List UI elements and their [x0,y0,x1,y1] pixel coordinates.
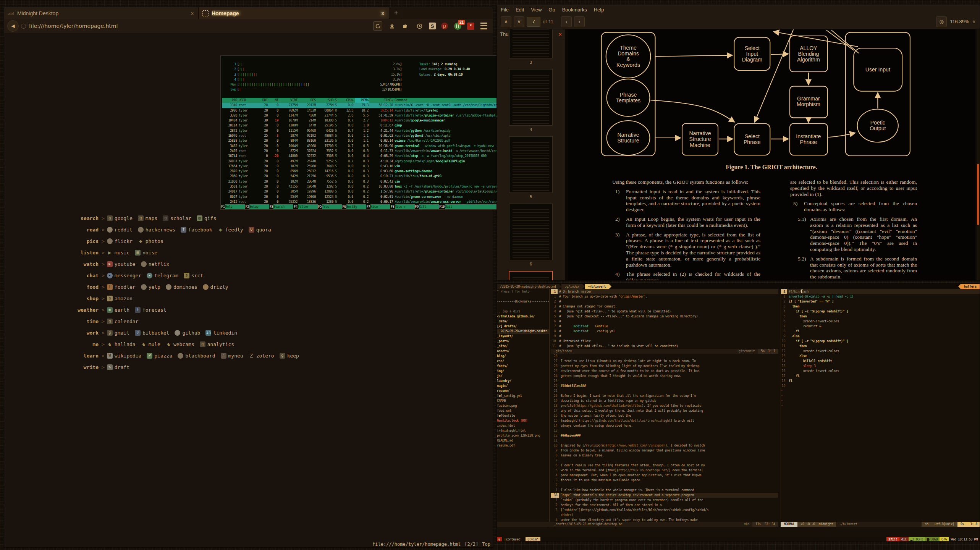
pdf-scrollbar[interactable] [977,29,980,281]
link-linkedin[interactable]: inlinkedin [205,330,237,336]
menu-icon[interactable] [480,22,488,30]
link-messenger[interactable]: ▸messenger [107,273,141,278]
column-mem[interactable]: MEM% [355,98,369,103]
fkey-nice[interactable]: F7Nice - [366,204,390,210]
puzzle-icon[interactable] [401,22,410,30]
browser-tab-midnight-desktop[interactable]: Midnight Desktopx [4,7,199,19]
fkey-help[interactable]: F1Help [221,204,245,210]
previous-page-button[interactable]: ∧ [501,16,511,27]
fkey-kill[interactable]: F9Kill [415,204,439,210]
s-extension-icon[interactable]: S [429,23,436,29]
column-ni[interactable]: NI [269,98,278,103]
link-bitbucket[interactable]: ▽bitbucket [135,330,169,336]
thumbnail-page-6[interactable]: 6 [497,204,565,266]
thumbnail-page-4[interactable]: 4 [497,69,565,132]
link-amazon[interactable]: aamazon [107,296,133,301]
download-icon[interactable] [388,22,396,30]
fkey-quit[interactable]: F10Quit [439,204,465,210]
vim-tab-0[interactable]: /2015-05-28-midnight-desktop.md [497,284,559,289]
link-dominoes[interactable]: dominoes [166,284,197,290]
column-user[interactable]: USER [239,98,257,103]
link-telegram[interactable]: ▸telegram [147,273,178,278]
link-gmail[interactable]: ggmail [107,330,129,336]
link-drizly[interactable]: drizly [203,284,228,290]
url-input[interactable]: file:///home/tyler/homepage.html [29,23,369,29]
lastpass-icon[interactable]: * [467,23,474,30]
menu-bookmarks[interactable]: Bookmarks [562,7,587,13]
tab-close-icon[interactable]: x [191,10,195,16]
link-earth[interactable]: ◉earth [107,307,129,313]
page-number-input[interactable]: 7 [527,17,540,27]
link-calendar[interactable]: gcalendar [107,319,139,324]
link-reddit[interactable]: reddit [107,227,133,233]
link-photos[interactable]: ◆photos [138,238,163,244]
zoom-level[interactable]: 116.89% [950,19,969,24]
history-back-button[interactable]: ‹ [561,16,572,27]
fkey-filter[interactable]: F4Filter [293,204,317,210]
column-shr[interactable]: SHR [317,98,333,103]
vim-tab-1[interactable]: .g/index [561,284,582,289]
link-yelp[interactable]: yelp [141,284,160,290]
back-button[interactable]: ◀ [7,20,19,32]
thumbnail-page-3[interactable]: 3 [497,29,565,65]
link-netflix[interactable]: netflix [141,261,170,267]
thumbnail-page-5[interactable]: 5 [497,136,565,199]
link-facebook[interactable]: ffacebook [181,227,212,233]
link-quora[interactable]: Qquora [249,227,271,233]
mu-extension-icon[interactable]: μ [441,23,448,29]
history-forward-button[interactable]: › [574,16,585,27]
link-maps[interactable]: gmaps [138,215,157,221]
link-myneu[interactable]: ∴myneu [221,353,243,359]
fkey-setup[interactable]: F2Setup [245,204,269,210]
menu-file[interactable]: File [501,7,509,13]
menu-view[interactable]: View [531,7,542,13]
link-analytics[interactable]: ganalytics [200,341,234,347]
link-keep[interactable]: gkeep [280,353,299,359]
link-webcams[interactable]: ♞webcams [166,341,194,347]
next-page-button[interactable]: ∨ [514,16,524,27]
column-command[interactable]: Command [395,98,506,103]
link-draft[interactable]: ✎draft [107,364,129,370]
menu-go[interactable]: Go [548,7,555,13]
link-hackernews[interactable]: hackernews [138,227,175,233]
link-github[interactable]: github [175,330,200,336]
column-s[interactable]: S [335,98,340,103]
zoom-dropdown-icon[interactable]: ∨ [972,19,976,24]
column-virt[interactable]: VIRT [280,98,298,103]
fkey-nice[interactable]: F8Nice + [390,204,414,210]
link-noise[interactable]: ▦noise [135,250,157,256]
history-clock-icon[interactable] [415,22,424,30]
fkey-sortby[interactable]: F6SortBy [342,204,366,210]
column-cpu[interactable]: CPU% [341,98,353,103]
column-res[interactable]: RES [299,98,316,103]
link-blackboard[interactable]: blackboard [178,353,215,359]
link-youtube[interactable]: ▶youtube [107,261,136,267]
reload-icon[interactable] [373,21,382,31]
column-pid[interactable]: PID [222,98,237,103]
link-music[interactable]: ▶music [107,250,129,256]
pdf-scrollbar-thumb[interactable] [977,164,979,225]
link-scholar[interactable]: gscholar [163,215,191,221]
menu-edit[interactable]: Edit [516,7,524,13]
tab-close-icon[interactable]: x [381,10,385,16]
link-piazza[interactable]: Ppiazza [147,353,172,359]
link-gifs[interactable]: ▤gifs [197,215,216,221]
link-wikipedia[interactable]: Wwikipedia [107,353,141,359]
fkey-search[interactable]: F3Search [269,204,293,210]
menu-help[interactable]: Help [594,7,604,13]
link-mule[interactable]: ♞mule [141,341,160,347]
fkey-tree[interactable]: F5Tree [318,204,342,210]
link-forecast[interactable]: Fforecast [135,307,167,313]
browser-tab-homepage[interactable]: Homepagex [199,7,389,19]
column-time[interactable]: TIME+ [370,98,393,103]
link-zotero[interactable]: Zzotero [249,353,274,359]
link-hallada[interactable]: ♞hallada [107,341,136,347]
link-feedly[interactable]: ◆feedly [218,227,243,233]
zoom-fit-icon[interactable]: ◎ [936,16,947,27]
thumbnail-page-7[interactable] [497,271,565,281]
vim-tab-2[interactable]: ~/b/invert [585,284,609,289]
link-foodler[interactable]: ffoodler [107,284,136,290]
tab-counter-icon[interactable]: 21 [453,22,462,30]
link-google[interactable]: ggoogle [107,215,133,221]
link-srct[interactable]: ssrct [184,273,203,278]
